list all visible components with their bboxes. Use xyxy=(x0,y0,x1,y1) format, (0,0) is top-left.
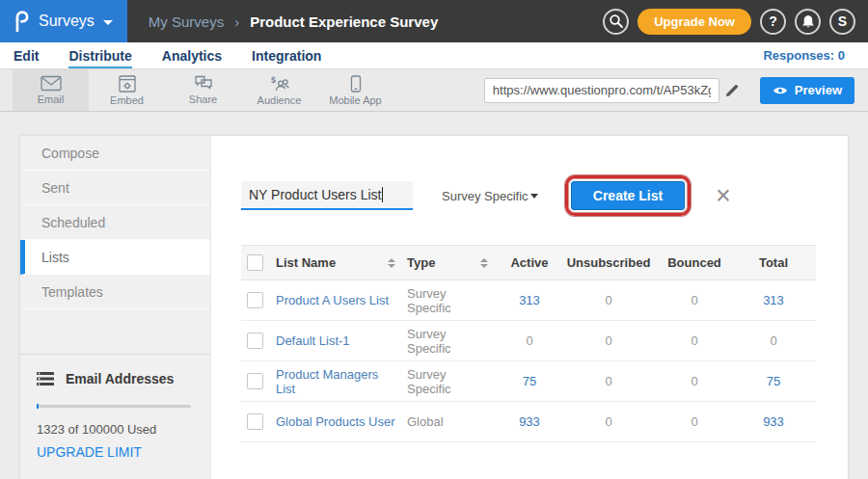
edit-url-button[interactable] xyxy=(725,84,739,97)
table-row: Global Products User Global 933 0 0 933 xyxy=(241,402,816,442)
questionpro-app: Surveys My Surveys › Product Experience … xyxy=(0,0,868,479)
list-type: Survey Specific xyxy=(407,327,500,356)
close-icon[interactable]: × xyxy=(716,183,731,209)
breadcrumb-parent-link[interactable]: My Surveys xyxy=(149,13,224,30)
lists-panel: NY Product Users List Survey Specific Cr… xyxy=(211,136,848,479)
sort-icon xyxy=(480,258,488,268)
channel-embed[interactable]: Embed xyxy=(89,69,165,111)
usage-progress-bar xyxy=(37,405,191,408)
total-count[interactable]: 75 xyxy=(731,374,816,388)
product-menu-label: Surveys xyxy=(39,13,95,30)
table-header-row: List Name Type Active Unsubscribed Bounc… xyxy=(241,245,816,280)
column-header-bounced: Bounced xyxy=(658,255,731,270)
sidebar-item-compose[interactable]: Compose xyxy=(20,136,210,171)
audience-icon: $ xyxy=(270,75,289,93)
annotation-highlight: Create List xyxy=(565,175,691,216)
survey-url-group: Preview xyxy=(484,77,868,104)
list-name-link[interactable]: Product Managers List xyxy=(276,367,395,396)
top-header: Surveys My Surveys › Product Experience … xyxy=(0,0,868,42)
product-menu-button[interactable]: Surveys xyxy=(0,0,127,42)
list-type: Global xyxy=(407,414,500,429)
embed-icon xyxy=(119,75,136,93)
bounced-count: 0 xyxy=(658,293,731,307)
column-header-list-name[interactable]: List Name xyxy=(272,255,407,270)
account-button[interactable]: S xyxy=(829,9,855,35)
column-header-active: Active xyxy=(500,255,559,270)
survey-url-input[interactable] xyxy=(484,78,719,103)
bounced-count: 0 xyxy=(658,414,731,429)
unsubscribed-count: 0 xyxy=(559,333,658,348)
share-icon xyxy=(194,75,213,92)
address-list-icon xyxy=(37,372,54,386)
unsubscribed-count: 0 xyxy=(559,414,658,429)
list-type: Survey Specific xyxy=(407,286,500,315)
bounced-count: 0 xyxy=(658,374,731,388)
active-count[interactable]: 75 xyxy=(500,374,559,388)
chevron-down-icon xyxy=(103,20,113,25)
list-name-link[interactable]: Global Products User xyxy=(276,414,395,429)
select-all-checkbox[interactable] xyxy=(247,254,263,271)
upgrade-now-button[interactable]: Upgrade Now xyxy=(637,9,751,35)
row-checkbox[interactable] xyxy=(247,292,263,308)
list-name-link[interactable]: Default List-1 xyxy=(276,333,350,348)
bounced-count: 0 xyxy=(658,333,731,348)
email-sidebar: Compose Sent Scheduled Lists Templates E… xyxy=(20,136,211,479)
search-button[interactable] xyxy=(603,9,629,35)
upgrade-limit-link[interactable]: UPGRADE LIMIT xyxy=(37,444,191,460)
list-type-dropdown[interactable]: Survey Specific xyxy=(442,189,538,203)
email-addresses-header: Email Addresses xyxy=(37,371,191,386)
notifications-button[interactable] xyxy=(795,9,821,35)
sidebar-item-lists[interactable]: Lists xyxy=(20,240,210,275)
list-name-link[interactable]: Product A Users List xyxy=(276,293,389,307)
pencil-icon xyxy=(725,84,739,97)
channel-mobile-app[interactable]: Mobile App xyxy=(317,69,393,111)
channel-email[interactable]: Email xyxy=(13,69,89,111)
tab-edit[interactable]: Edit xyxy=(14,42,39,68)
svg-text:$: $ xyxy=(271,75,276,85)
help-icon: ? xyxy=(769,13,777,29)
tab-analytics[interactable]: Analytics xyxy=(162,42,222,68)
sidebar-item-sent[interactable]: Sent xyxy=(20,171,210,205)
chevron-down-icon xyxy=(530,194,538,199)
email-addresses-title: Email Addresses xyxy=(66,371,174,386)
sidebar-item-scheduled[interactable]: Scheduled xyxy=(20,205,210,240)
total-count[interactable]: 933 xyxy=(731,414,816,429)
help-button[interactable]: ? xyxy=(760,9,786,35)
unsubscribed-count: 0 xyxy=(559,293,658,307)
list-type-value: Survey Specific xyxy=(442,189,529,203)
active-count: 0 xyxy=(500,333,559,348)
column-header-type[interactable]: Type xyxy=(407,255,500,270)
column-header-unsubscribed: Unsubscribed xyxy=(559,255,658,270)
channel-share[interactable]: Share xyxy=(165,69,241,111)
active-count[interactable]: 933 xyxy=(500,414,559,429)
total-count: 0 xyxy=(731,333,816,348)
table-row: Default List-1 Survey Specific 0 0 0 0 xyxy=(241,321,816,361)
email-addresses-section: Email Addresses 1323 of 100000 Used UPGR… xyxy=(20,354,210,460)
page-title: Product Experience Survey xyxy=(250,13,438,30)
responses-status[interactable]: Responses: 0 xyxy=(763,48,845,63)
questionpro-logo-icon xyxy=(13,9,30,34)
preview-button[interactable]: Preview xyxy=(760,77,854,104)
usage-text: 1323 of 100000 Used xyxy=(37,422,191,437)
row-checkbox[interactable] xyxy=(247,333,263,349)
row-checkbox[interactable] xyxy=(247,413,263,430)
channel-list: Email Embed Share xyxy=(13,69,393,111)
tab-distribute[interactable]: Distribute xyxy=(68,42,131,68)
content-card: Compose Sent Scheduled Lists Templates E… xyxy=(19,135,849,479)
table-row: Product A Users List Survey Specific 313… xyxy=(241,280,816,321)
list-type: Survey Specific xyxy=(407,367,500,396)
tab-integration[interactable]: Integration xyxy=(252,42,321,68)
text-cursor xyxy=(382,187,383,202)
row-checkbox[interactable] xyxy=(247,373,263,389)
active-count[interactable]: 313 xyxy=(500,293,559,307)
search-icon xyxy=(609,13,624,29)
list-name-input[interactable]: NY Product Users List xyxy=(241,181,413,210)
total-count[interactable]: 313 xyxy=(731,293,816,307)
mobile-app-icon xyxy=(350,75,362,93)
breadcrumb: My Surveys › Product Experience Survey xyxy=(149,0,438,42)
channel-audience[interactable]: $ Audience xyxy=(241,69,317,111)
sidebar-item-templates[interactable]: Templates xyxy=(20,275,210,309)
list-name-value: NY Product Users List xyxy=(249,187,381,202)
breadcrumb-separator: › xyxy=(234,13,239,30)
create-list-button[interactable]: Create List xyxy=(571,181,685,210)
